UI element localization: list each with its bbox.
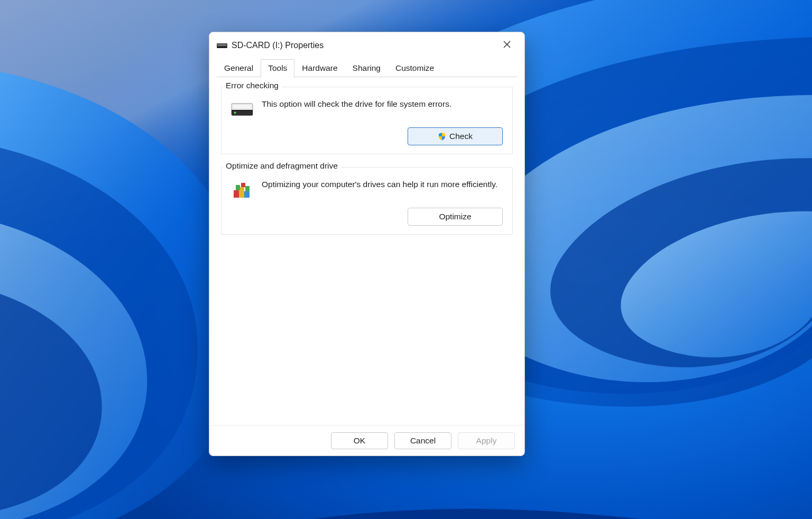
svg-rect-17: [245, 186, 250, 191]
optimize-button[interactable]: Optimize: [408, 208, 503, 226]
svg-point-10: [234, 112, 236, 114]
svg-rect-12: [234, 190, 239, 198]
drive-title-icon: [217, 43, 227, 49]
button-label: OK: [354, 436, 365, 446]
tab-tools[interactable]: Tools: [261, 59, 294, 78]
dialog-footer: OK Cancel Apply: [209, 425, 524, 456]
apply-button[interactable]: Apply: [458, 432, 515, 449]
group-legend: Error checking: [223, 81, 282, 90]
tab-label: General: [224, 63, 253, 72]
tab-general[interactable]: General: [217, 59, 261, 77]
svg-rect-11: [233, 105, 252, 109]
tab-label: Tools: [268, 63, 287, 72]
group-optimize: Optimize and defragment drive Optimizing…: [221, 167, 513, 235]
tab-label: Customize: [395, 63, 434, 72]
svg-rect-14: [244, 191, 250, 198]
svg-rect-16: [241, 183, 245, 187]
button-label: Cancel: [410, 436, 436, 446]
shield-icon: [438, 132, 446, 141]
button-label: Optimize: [439, 212, 471, 221]
check-button[interactable]: Check: [408, 127, 503, 145]
drive-icon: [231, 99, 253, 121]
error-checking-description: This option will check the drive for fil…: [262, 99, 503, 110]
close-icon: [503, 41, 511, 50]
tab-sharing[interactable]: Sharing: [345, 59, 388, 77]
svg-rect-9: [232, 110, 253, 111]
tab-label: Sharing: [353, 63, 381, 72]
tab-customize[interactable]: Customize: [388, 59, 441, 77]
cancel-button[interactable]: Cancel: [394, 432, 451, 449]
properties-dialog: SD-CARD (I:) Properties General Tools Ha…: [209, 32, 525, 456]
svg-rect-3: [217, 47, 227, 48]
titlebar[interactable]: SD-CARD (I:) Properties: [209, 32, 524, 59]
tab-hardware[interactable]: Hardware: [294, 59, 345, 77]
button-label: Check: [449, 132, 473, 141]
tab-label: Hardware: [302, 63, 337, 72]
close-button[interactable]: [494, 36, 519, 55]
button-label: Apply: [476, 436, 497, 446]
svg-rect-15: [236, 185, 240, 190]
svg-rect-4: [218, 44, 227, 46]
tab-content: Error checking This option will check th…: [209, 77, 524, 425]
defrag-icon: [231, 179, 253, 201]
window-title: SD-CARD (I:) Properties: [232, 41, 494, 50]
group-error-checking: Error checking This option will check th…: [221, 87, 513, 154]
optimize-description: Optimizing your computer's drives can he…: [262, 179, 503, 190]
ok-button[interactable]: OK: [331, 432, 388, 449]
tab-strip: General Tools Hardware Sharing Customize: [209, 59, 524, 77]
group-legend: Optimize and defragment drive: [223, 161, 341, 171]
